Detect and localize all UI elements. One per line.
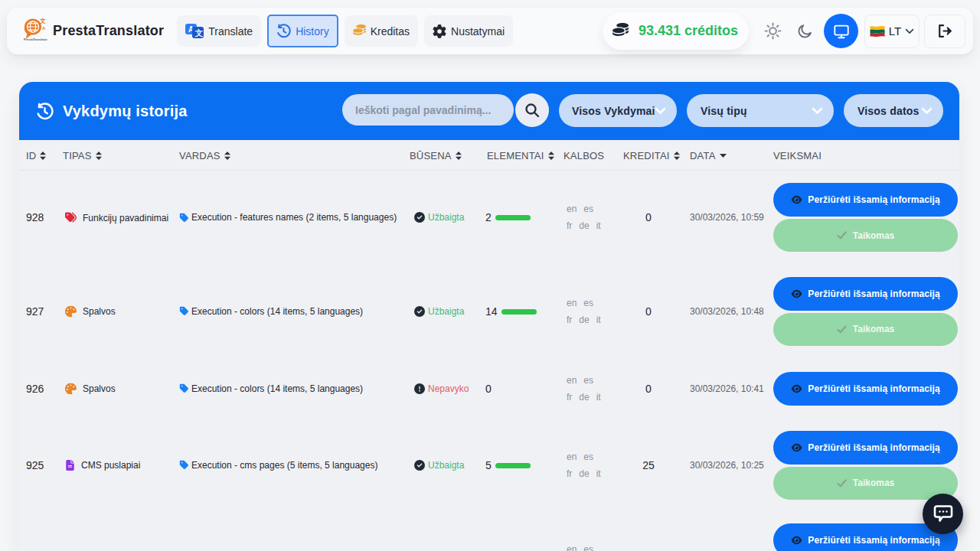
svg-text:文: 文 — [195, 28, 204, 37]
svg-text:PrestaTranslator: PrestaTranslator — [24, 37, 47, 41]
svg-text:A: A — [42, 26, 46, 31]
svg-text:文: 文 — [39, 18, 46, 24]
